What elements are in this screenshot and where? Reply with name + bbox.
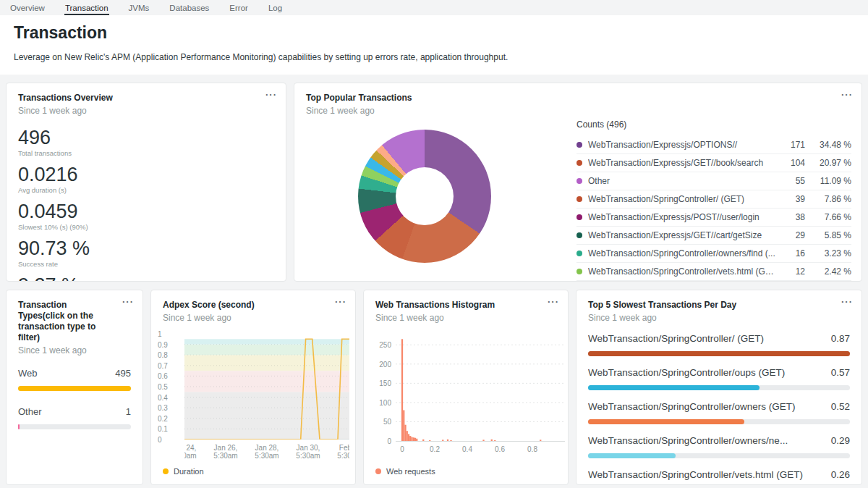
- legend-row[interactable]: WebTransaction/Expressjs/GET//cart/getSi…: [576, 227, 851, 245]
- histogram-chart: [396, 335, 565, 441]
- x-tick-label: Jan 30,5:30am: [296, 444, 320, 460]
- legend-row[interactable]: WebTransaction/Expressjs/OPTIONS//17134.…: [576, 136, 851, 154]
- x-tick-label: 0: [400, 445, 404, 453]
- tab-databases[interactable]: Databases: [169, 0, 210, 15]
- legend-dot-icon: [576, 251, 582, 256]
- x-tick-label: 0.2: [430, 445, 440, 453]
- x-tick-label: Feb 1,5:30am: [337, 444, 349, 460]
- legend-count: 171: [778, 140, 805, 150]
- type-label-line: Other1: [18, 406, 131, 417]
- panel-menu-button[interactable]: ···: [841, 90, 853, 100]
- panel-subtitle: Since 1 week ago: [18, 345, 131, 356]
- legend-name: Other: [588, 176, 778, 186]
- legend-row[interactable]: WebTransaction/SpringController/ (GET)39…: [576, 190, 851, 209]
- duration-bar-track: [588, 385, 850, 390]
- page-description: Leverage on New Relic's APM (Application…: [14, 52, 854, 62]
- transaction-type-row[interactable]: Other1: [18, 406, 131, 429]
- tab-jvms[interactable]: JVMs: [128, 0, 150, 15]
- legend-name: WebTransaction/Expressjs/OPTIONS//: [588, 140, 778, 150]
- x-tick-label: 0.4: [462, 445, 472, 453]
- y-tick-label: 0.9: [158, 341, 168, 349]
- tab-log[interactable]: Log: [268, 0, 283, 15]
- y-axis-labels: 250200150100500: [373, 335, 391, 441]
- x-tick-label: Jan 24,5:30am: [184, 444, 197, 460]
- legend-dot-icon: [576, 269, 582, 274]
- panel-menu-button[interactable]: ···: [265, 90, 277, 100]
- type-bar-track: [18, 424, 131, 429]
- duration-bar-track: [588, 453, 850, 458]
- legend-count: 55: [778, 176, 805, 186]
- stat-value: 9.27 %: [18, 274, 274, 282]
- legend-name: WebTransaction/SpringController/ (GET): [588, 194, 778, 204]
- chart-legend: Web requests: [375, 467, 435, 476]
- legend-count: 38: [778, 212, 805, 222]
- tab-overview[interactable]: Overview: [9, 0, 46, 15]
- legend-name: WebTransaction/SpringController/owners/f…: [588, 248, 778, 258]
- legend-percent: 11.09 %: [805, 176, 851, 186]
- y-axis-labels: 10.90.80.70.60.50.40.30.20.10: [158, 334, 182, 439]
- legend-percent: 34.48 %: [805, 140, 851, 150]
- transaction-name: WebTransaction/SpringController/owners/n…: [588, 435, 795, 446]
- stat-value: 90.73 %: [18, 237, 274, 259]
- panel-subtitle: Since 1 week ago: [18, 106, 274, 116]
- y-tick-label: 100: [379, 399, 391, 407]
- panel-title: Web Transactions Histogram: [375, 300, 556, 311]
- legend-row[interactable]: WebTransaction/Expressjs/POST//user/logi…: [576, 209, 851, 227]
- legend-count: 29: [778, 230, 805, 240]
- tab-transaction[interactable]: Transaction: [64, 0, 109, 15]
- donut-chart[interactable]: [358, 130, 491, 263]
- legend-count: 104: [778, 158, 805, 168]
- panel-menu-button[interactable]: ···: [841, 297, 853, 307]
- panel-menu-button[interactable]: ···: [335, 297, 346, 307]
- legend-label: Web requests: [386, 467, 435, 476]
- legend-percent: 3.23 %: [805, 248, 851, 258]
- top5-slowest-panel: Top 5 Slowest Transactions Per Day Since…: [576, 290, 862, 485]
- legend-dot-icon: [576, 142, 582, 148]
- legend-name: WebTransaction/SpringController/vets.htm…: [588, 266, 778, 277]
- legend-percent: 7.86 %: [805, 194, 851, 204]
- stat-value: 0.0216: [18, 164, 274, 185]
- legend-name: WebTransaction/Expressjs/GET//cart/getSi…: [588, 230, 778, 240]
- panel-menu-button[interactable]: ···: [548, 297, 559, 307]
- legend-title: Counts (496): [576, 119, 851, 130]
- duration-bar-fill: [588, 453, 676, 458]
- tab-error[interactable]: Error: [229, 0, 249, 15]
- legend-percent: 7.66 %: [805, 212, 851, 222]
- panel-subtitle: Since 1 week ago: [306, 106, 850, 116]
- slow-transaction-label-line: WebTransaction/SpringController/oups (GE…: [588, 367, 850, 378]
- slow-transaction-label-line: WebTransaction/SpringController/vets.htm…: [588, 469, 850, 480]
- transaction-duration: 0.29: [831, 435, 850, 446]
- slow-transaction-row: WebTransaction/SpringController/oups (GE…: [588, 367, 850, 390]
- panel-subtitle: Since 1 week ago: [588, 313, 850, 323]
- legend-row[interactable]: WebTransaction/SpringController/owners/f…: [576, 245, 851, 263]
- legend-percent: 5.85 %: [805, 230, 851, 240]
- transaction-type-row[interactable]: Web495: [18, 368, 131, 391]
- adpex-line-chart: [184, 334, 349, 439]
- transaction-name: WebTransaction/SpringController/ (GET): [588, 333, 771, 344]
- slow-transaction-row: WebTransaction/SpringController/owners (…: [588, 401, 850, 424]
- y-tick-label: 0.1: [158, 425, 168, 433]
- y-tick-label: 150: [379, 379, 391, 387]
- legend-row[interactable]: WebTransaction/Expressjs/GET//book/searc…: [576, 154, 851, 172]
- billboard-stats: 496Total transactions0.0216Avg duration …: [18, 127, 274, 282]
- legend-row[interactable]: Other5511.09 %: [576, 172, 851, 190]
- panel-menu-button[interactable]: ···: [122, 297, 134, 307]
- x-tick-label: Jan 28,5:30am: [255, 444, 278, 460]
- transaction-name: WebTransaction/SpringController/vets.htm…: [588, 469, 810, 480]
- legend-count: 12: [778, 266, 805, 277]
- duration-bar-fill: [588, 419, 744, 424]
- stat-value: 496: [18, 127, 274, 148]
- x-axis-labels: Jan 24,5:30amJan 26,5:30amJan 28,5:30amJ…: [184, 444, 349, 463]
- slow-transaction-label-line: WebTransaction/SpringController/owners/n…: [588, 435, 850, 446]
- stat-value: 0.0459: [18, 201, 274, 222]
- legend-dot-icon: [576, 160, 582, 166]
- legend-percent: 20.97 %: [805, 158, 851, 168]
- x-tick-label: 0.6: [495, 445, 505, 453]
- adpex-score-panel: Adpex Score (second) Since 1 week ago ··…: [150, 290, 356, 485]
- panel-title: Transaction Types(click on the transacti…: [18, 300, 131, 343]
- type-label-line: Web495: [18, 368, 131, 379]
- billboard-stat: 0.0216Avg duration (s): [18, 164, 274, 194]
- x-axis-labels: 00.20.40.60.8: [396, 445, 565, 464]
- legend-row[interactable]: WebTransaction/SpringController/vets.htm…: [576, 263, 851, 281]
- y-tick-label: 0.7: [158, 362, 168, 370]
